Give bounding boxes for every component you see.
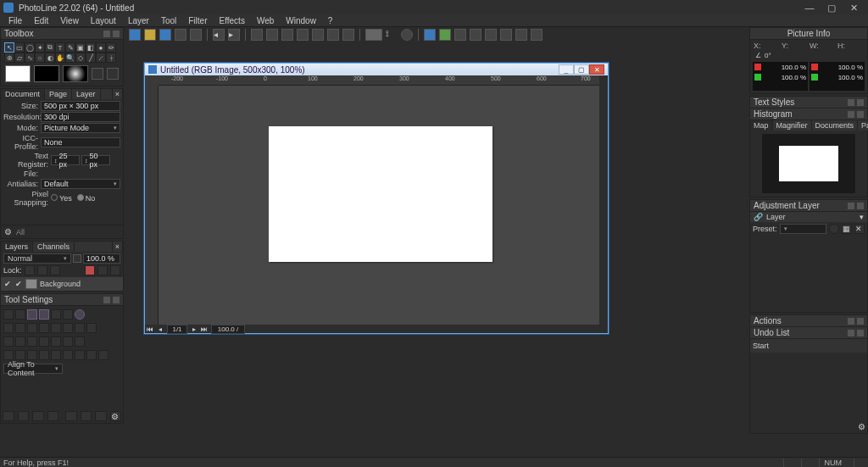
footer-btn-5[interactable] xyxy=(65,411,77,421)
ts-row3-5[interactable] xyxy=(51,336,61,347)
rotate-right-icon[interactable] xyxy=(297,29,309,41)
save-file-icon[interactable] xyxy=(159,29,171,41)
gear-icon[interactable]: ⚙ xyxy=(4,227,13,236)
menu-tool[interactable]: Tool xyxy=(156,16,181,25)
doc-minimize-button[interactable]: _ xyxy=(559,64,574,75)
vector-tool[interactable]: ▭ xyxy=(14,42,25,53)
footer-btn-6[interactable] xyxy=(81,411,92,421)
ts-row4-2[interactable] xyxy=(15,350,25,360)
scrollbar-vertical[interactable] xyxy=(599,75,608,325)
panel-min-icon[interactable] xyxy=(848,318,854,325)
pencil-tool[interactable]: ✏ xyxy=(106,42,116,53)
ts-row4-9[interactable] xyxy=(98,350,108,360)
layer-flag-red-icon[interactable] xyxy=(85,265,95,275)
lock-all-icon[interactable] xyxy=(50,265,60,275)
hand-tool[interactable]: ✋ xyxy=(55,53,65,63)
tab-map[interactable]: Map xyxy=(750,120,773,131)
panel-min-icon[interactable] xyxy=(848,203,854,209)
page-next-icon[interactable]: ▸ xyxy=(189,325,199,333)
blend-mode-select[interactable]: Normal xyxy=(3,253,71,264)
distribute-v-icon[interactable] xyxy=(86,323,97,333)
maximize-button[interactable]: ▢ xyxy=(821,0,843,15)
canvas-area[interactable] xyxy=(159,86,599,325)
minimize-button[interactable]: — xyxy=(798,0,821,15)
distribute-h-icon[interactable] xyxy=(75,323,85,333)
wand-tool[interactable]: ✦ xyxy=(35,42,45,53)
fill-tool[interactable]: ▣ xyxy=(75,42,86,53)
tab-magnifier[interactable]: Magnifier xyxy=(773,120,812,131)
undo-icon[interactable]: ◂ xyxy=(213,29,225,41)
panel-min-icon[interactable] xyxy=(848,99,854,106)
new-file-icon[interactable] xyxy=(129,29,141,41)
footer-gear-icon[interactable]: ⚙ xyxy=(110,411,122,421)
brush-preview[interactable] xyxy=(63,65,88,82)
panel-close-icon[interactable] xyxy=(857,318,864,325)
ts-row3-3[interactable] xyxy=(27,336,37,347)
pixelsnap-yes-radio[interactable] xyxy=(51,194,58,201)
menu-window[interactable]: Window xyxy=(281,16,321,25)
tab-channels[interactable]: Channels xyxy=(33,242,75,252)
tab-document[interactable]: Document xyxy=(1,89,45,99)
text-styles-panel[interactable]: Text Styles xyxy=(749,96,868,106)
panel-close-icon[interactable] xyxy=(857,111,864,118)
gradient-icon[interactable] xyxy=(365,29,382,41)
lock-pixels-icon[interactable] xyxy=(25,265,35,275)
footer-btn-4[interactable] xyxy=(47,411,59,421)
menu-layer[interactable]: Layer xyxy=(123,16,154,25)
antialias-select[interactable]: Default xyxy=(41,179,120,189)
panel-close-icon[interactable]: × xyxy=(113,242,123,252)
menu-effects[interactable]: Effects xyxy=(214,16,250,25)
align-right-icon[interactable] xyxy=(27,323,37,333)
more-icon[interactable] xyxy=(531,29,542,41)
panel-min-icon[interactable] xyxy=(103,31,110,37)
menu-view[interactable]: View xyxy=(55,16,84,25)
panel-close-icon[interactable] xyxy=(857,330,864,336)
preset-select[interactable] xyxy=(780,224,826,234)
menu-edit[interactable]: Edit xyxy=(29,16,53,25)
tab-page[interactable]: Page xyxy=(45,89,72,99)
footer-btn-7[interactable] xyxy=(95,411,107,421)
ts-row3-7[interactable] xyxy=(75,336,85,347)
undo-row-start[interactable]: Start xyxy=(750,339,867,353)
menu-help[interactable]: ? xyxy=(323,16,338,25)
opacity-icon[interactable] xyxy=(73,254,81,263)
tab-documents[interactable]: Documents xyxy=(812,120,859,131)
layer-extra-icon[interactable] xyxy=(97,265,108,275)
histogram-icon[interactable] xyxy=(454,29,466,41)
path-tool[interactable]: ⟋ xyxy=(96,53,106,63)
menu-web[interactable]: Web xyxy=(252,16,279,25)
textreg-y-field[interactable]: ↕50 px xyxy=(81,155,110,165)
close-button[interactable]: ✕ xyxy=(843,0,865,15)
opacity-field[interactable] xyxy=(83,253,120,264)
print-icon[interactable] xyxy=(175,29,186,41)
ts-opt-2[interactable] xyxy=(15,309,25,320)
actions-panel[interactable]: Actions xyxy=(749,314,868,325)
blur-tool[interactable]: ○ xyxy=(35,53,45,63)
textreg-x-field[interactable]: ↕25 px xyxy=(51,155,80,165)
page-prev-icon[interactable]: ◂ xyxy=(155,325,165,333)
levels-icon[interactable] xyxy=(485,29,497,41)
align-left-icon[interactable] xyxy=(3,323,14,333)
channel-icon[interactable] xyxy=(500,29,512,41)
doc-close-button[interactable]: ✕ xyxy=(589,64,604,75)
eraser-tool[interactable]: ▱ xyxy=(14,53,25,63)
curves-icon[interactable] xyxy=(470,29,481,41)
histogram-panel[interactable]: Histogram xyxy=(749,108,868,118)
menu-layout[interactable]: Layout xyxy=(86,16,121,25)
rotate-left-icon[interactable] xyxy=(281,29,293,41)
smudge-tool[interactable]: ∿ xyxy=(25,53,35,63)
page-first-icon[interactable]: ⏮ xyxy=(145,325,155,333)
flip-v-icon[interactable] xyxy=(327,29,339,41)
panel-close-icon[interactable] xyxy=(113,31,120,37)
extra-swatch[interactable] xyxy=(107,68,119,80)
footer-btn-1[interactable] xyxy=(3,411,14,421)
resolution-field[interactable] xyxy=(41,112,120,122)
page-last-icon[interactable]: ⏭ xyxy=(199,325,209,333)
brush-tool[interactable]: ● xyxy=(96,42,106,53)
eyedrop-tool[interactable]: ✎ xyxy=(65,42,75,53)
clone-tool[interactable]: ⊕ xyxy=(4,53,14,63)
ruler-vertical[interactable] xyxy=(145,86,159,325)
zoom-field[interactable]: 100.0 / xyxy=(211,325,245,334)
ts-row3-1[interactable] xyxy=(3,336,14,347)
canvas[interactable] xyxy=(269,126,492,262)
